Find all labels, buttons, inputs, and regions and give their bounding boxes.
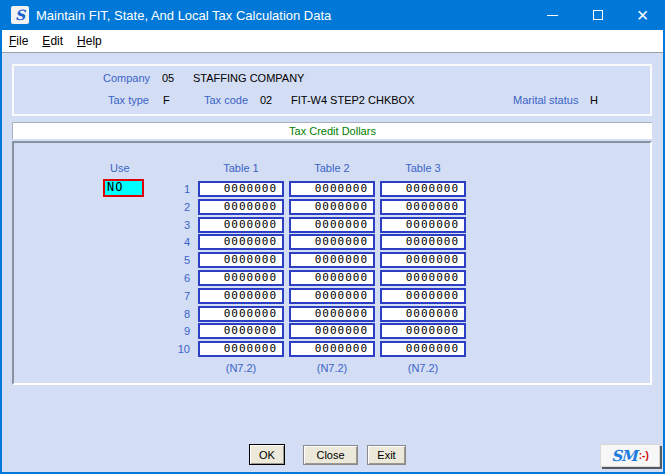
app-icon: S — [11, 6, 29, 24]
table-row: 9 0000000 0000000 0000000 — [14, 323, 650, 339]
minimize-icon — [547, 15, 558, 16]
table2-format-label: (N7.2) — [289, 362, 375, 374]
company-name: STAFFING COMPANY — [193, 72, 304, 84]
table-row: 8 0000000 0000000 0000000 — [14, 306, 650, 322]
table1-value-field[interactable]: 0000000 — [198, 270, 284, 286]
table2-value-field[interactable]: 0000000 — [289, 341, 375, 357]
table2-value-field[interactable]: 0000000 — [289, 234, 375, 250]
row-number: 2 — [14, 201, 190, 213]
row-number: 8 — [14, 308, 190, 320]
tax-type-value: F — [163, 94, 170, 106]
table1-value-field[interactable]: 0000000 — [198, 252, 284, 268]
menu-file[interactable]: File — [7, 32, 30, 50]
maximize-icon — [593, 10, 603, 20]
close-icon: × — [637, 5, 649, 25]
table3-value-field[interactable]: 0000000 — [380, 341, 466, 357]
table3-value-field[interactable]: 0000000 — [380, 252, 466, 268]
marital-status-value: H — [590, 94, 598, 106]
table2-value-field[interactable]: 0000000 — [289, 217, 375, 233]
table-row: 7 0000000 0000000 0000000 — [14, 288, 650, 304]
table3-value-field[interactable]: 0000000 — [380, 217, 466, 233]
content-area: Company 05 STAFFING COMPANY Tax type F T… — [2, 53, 663, 472]
maximize-button[interactable] — [575, 0, 620, 30]
table3-value-field[interactable]: 0000000 — [380, 234, 466, 250]
vendor-logo: SM :-) — [600, 444, 660, 467]
row-number: 1 — [14, 183, 190, 195]
table-row: 1 0000000 0000000 0000000 — [14, 181, 650, 197]
row-number: 5 — [14, 254, 190, 266]
table3-value-field[interactable]: 0000000 — [380, 270, 466, 286]
minimize-button[interactable] — [530, 0, 575, 30]
table1-value-field[interactable]: 0000000 — [198, 217, 284, 233]
vendor-logo-text: SM — [611, 447, 636, 465]
menu-bar: File Edit Help — [2, 30, 663, 53]
table2-value-field[interactable]: 0000000 — [289, 323, 375, 339]
table1-header: Table 1 — [198, 162, 284, 174]
window-controls: × — [530, 0, 665, 30]
row-number: 10 — [14, 343, 190, 355]
table2-value-field[interactable]: 0000000 — [289, 199, 375, 215]
table1-value-field[interactable]: 0000000 — [198, 234, 284, 250]
table1-value-field[interactable]: 0000000 — [198, 323, 284, 339]
tax-type-label: Tax type — [108, 94, 149, 106]
table3-value-field[interactable]: 0000000 — [380, 306, 466, 322]
table1-value-field[interactable]: 0000000 — [198, 199, 284, 215]
table2-value-field[interactable]: 0000000 — [289, 270, 375, 286]
row-number: 4 — [14, 236, 190, 248]
row-number: 3 — [14, 219, 190, 231]
table2-value-field[interactable]: 0000000 — [289, 306, 375, 322]
table2-value-field[interactable]: 0000000 — [289, 288, 375, 304]
company-label: Company — [103, 72, 150, 84]
table2-value-field[interactable]: 0000000 — [289, 181, 375, 197]
table-row: 6 0000000 0000000 0000000 — [14, 270, 650, 286]
use-label: Use — [110, 162, 130, 174]
table3-value-field[interactable]: 0000000 — [380, 323, 466, 339]
tax-record-header: Company 05 STAFFING COMPANY Tax type F T… — [12, 64, 652, 116]
menu-edit[interactable]: Edit — [40, 32, 65, 50]
table1-value-field[interactable]: 0000000 — [198, 288, 284, 304]
table3-value-field[interactable]: 0000000 — [380, 199, 466, 215]
company-value: 05 — [162, 72, 174, 84]
table1-format-label: (N7.2) — [198, 362, 284, 374]
table3-value-field[interactable]: 0000000 — [380, 181, 466, 197]
exit-button[interactable]: Exit — [367, 445, 406, 465]
table-row: 3 0000000 0000000 0000000 — [14, 217, 650, 233]
close-dialog-button[interactable]: Close — [303, 445, 358, 465]
tax-code-label: Tax code — [204, 94, 248, 106]
table-row: 2 0000000 0000000 0000000 — [14, 199, 650, 215]
table-rows: 1 0000000 0000000 0000000 2 0000000 0000… — [14, 181, 650, 359]
menu-help[interactable]: Help — [75, 32, 104, 50]
tax-table-panel: Use NO Table 1 Table 2 Table 3 1 0000000… — [12, 141, 652, 385]
ok-button[interactable]: OK — [249, 444, 285, 465]
section-title: Tax Credit Dollars — [289, 125, 376, 137]
section-title-bar: Tax Credit Dollars — [12, 122, 652, 139]
window-title: Maintain FIT, State, And Local Tax Calcu… — [36, 8, 331, 23]
row-number: 6 — [14, 272, 190, 284]
table-row: 5 0000000 0000000 0000000 — [14, 252, 650, 268]
table-row: 4 0000000 0000000 0000000 — [14, 234, 650, 250]
table1-value-field[interactable]: 0000000 — [198, 181, 284, 197]
row-number: 9 — [14, 325, 190, 337]
table2-value-field[interactable]: 0000000 — [289, 252, 375, 268]
table1-value-field[interactable]: 0000000 — [198, 341, 284, 357]
tax-code-name: FIT-W4 STEP2 CHKBOX — [291, 94, 414, 106]
table3-value-field[interactable]: 0000000 — [380, 288, 466, 304]
table1-value-field[interactable]: 0000000 — [198, 306, 284, 322]
marital-status-label: Marital status — [513, 94, 578, 106]
tax-code-value: 02 — [260, 94, 272, 106]
table2-header: Table 2 — [289, 162, 375, 174]
vendor-logo-smiley: :-) — [639, 450, 649, 461]
close-button[interactable]: × — [620, 0, 665, 30]
table-row: 10 0000000 0000000 0000000 — [14, 341, 650, 357]
table3-format-label: (N7.2) — [380, 362, 466, 374]
row-number: 7 — [14, 290, 190, 302]
table3-header: Table 3 — [380, 162, 466, 174]
title-bar: S Maintain FIT, State, And Local Tax Cal… — [0, 0, 665, 30]
